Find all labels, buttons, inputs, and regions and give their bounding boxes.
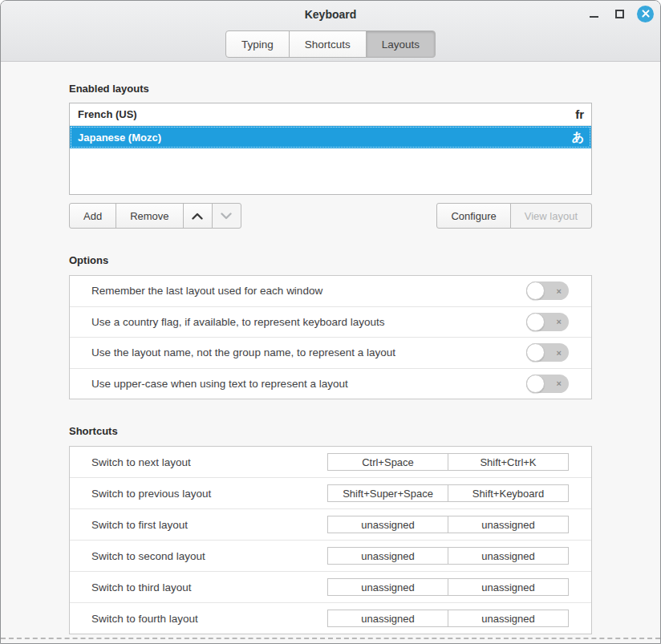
option-row: Use a country flag, if available, to rep… <box>70 307 591 338</box>
shortcut-label: Switch to fourth layout <box>91 613 198 625</box>
toggle-off-icon: × <box>557 379 562 388</box>
layout-name: French (US) <box>78 108 137 120</box>
configure-button-group: Configure View layout <box>436 203 592 229</box>
scroll-edge-indicator <box>1 638 660 639</box>
shortcut-label: Switch to first layout <box>91 519 188 531</box>
maximize-button[interactable] <box>611 6 627 22</box>
option-label: Use the layout name, not the group name,… <box>91 346 395 358</box>
shortcut-label: Switch to next layout <box>91 456 191 468</box>
add-button[interactable]: Add <box>69 203 116 229</box>
toggle-off-icon: × <box>557 348 562 357</box>
configure-button[interactable]: Configure <box>436 203 510 229</box>
keybinding-cell[interactable]: Shift+Keyboard <box>448 485 568 501</box>
view-layout-button[interactable]: View layout <box>510 203 592 229</box>
toggle-knob <box>526 375 545 393</box>
tab-shortcuts[interactable]: Shortcuts <box>289 30 367 58</box>
toggle-upper-case[interactable]: × <box>526 375 569 393</box>
toggle-off-icon: × <box>557 286 562 295</box>
keybinding-cell[interactable]: unassigned <box>328 579 448 595</box>
layout-indicator-icon: fr <box>575 107 584 121</box>
keybinding-group: unassigned unassigned <box>327 547 569 565</box>
keybinding-cell[interactable]: unassigned <box>448 610 568 626</box>
keybinding-cell[interactable]: unassigned <box>328 548 448 564</box>
layout-row-french-us[interactable]: French (US) fr <box>70 103 591 126</box>
layout-actions-row: Add Remove Configure View layout <box>69 203 592 229</box>
shortcut-label: Switch to second layout <box>91 550 205 562</box>
layout-row-japanese-mozc[interactable]: Japanese (Mozc) あ <box>70 126 591 148</box>
shortcut-row: Switch to third layout unassigned unassi… <box>70 572 591 603</box>
enabled-layouts-list: French (US) fr Japanese (Mozc) あ <box>69 103 592 195</box>
keybinding-cell[interactable]: Shift+Super+Space <box>328 485 448 501</box>
toggle-country-flag[interactable]: × <box>526 313 569 331</box>
header: Keyboard Typing Shortcuts Layouts <box>1 1 660 62</box>
keybinding-group: Ctrl+Space Shift+Ctrl+K <box>327 453 569 471</box>
chevron-down-icon <box>221 213 232 220</box>
window-controls <box>586 1 654 26</box>
tab-layouts[interactable]: Layouts <box>366 30 436 58</box>
window-title: Keyboard <box>1 8 660 21</box>
keybinding-group: unassigned unassigned <box>327 516 569 533</box>
option-label: Use upper-case when using text to repres… <box>91 378 348 390</box>
keybinding-group: unassigned unassigned <box>327 578 569 596</box>
keybinding-cell[interactable]: Ctrl+Space <box>328 454 448 470</box>
shortcuts-heading: Shortcuts <box>69 426 592 437</box>
options-panel: Remember the last layout used for each w… <box>69 275 592 399</box>
titlebar: Keyboard <box>1 1 660 26</box>
layout-indicator-icon: あ <box>572 130 584 145</box>
list-edit-button-group: Add Remove <box>69 203 241 229</box>
content: Enabled layouts French (US) fr Japanese … <box>69 83 592 634</box>
option-row: Use the layout name, not the group name,… <box>70 338 591 369</box>
shortcut-label: Switch to previous layout <box>91 488 211 500</box>
shortcut-row: Switch to next layout Ctrl+Space Shift+C… <box>70 447 591 478</box>
shortcut-row: Switch to fourth layout unassigned unass… <box>70 603 591 634</box>
shortcut-label: Switch to third layout <box>91 581 192 593</box>
toggle-knob <box>526 343 545 362</box>
keybinding-cell[interactable]: unassigned <box>328 516 448 533</box>
option-label: Use a country flag, if available, to rep… <box>91 316 384 328</box>
move-up-button[interactable] <box>183 203 213 229</box>
keyboard-window: Keyboard Typing Shortcuts Layouts Enable… <box>0 0 661 644</box>
toggle-off-icon: × <box>557 318 562 326</box>
layout-name: Japanese (Mozc) <box>78 132 161 144</box>
keybinding-group: unassigned unassigned <box>327 610 569 627</box>
shortcut-row: Switch to first layout unassigned unassi… <box>70 509 591 541</box>
keybinding-cell[interactable]: Shift+Ctrl+K <box>448 454 568 470</box>
keybinding-cell[interactable]: unassigned <box>448 548 568 564</box>
keybinding-cell[interactable]: unassigned <box>328 610 448 626</box>
enabled-layouts-heading: Enabled layouts <box>69 83 592 95</box>
tab-typing[interactable]: Typing <box>225 30 290 58</box>
shortcut-row: Switch to previous layout Shift+Super+Sp… <box>70 478 591 509</box>
tab-bar: Typing Shortcuts Layouts <box>1 30 660 58</box>
toggle-knob <box>526 313 545 331</box>
shortcut-row: Switch to second layout unassigned unass… <box>70 541 591 572</box>
shortcuts-panel: Switch to next layout Ctrl+Space Shift+C… <box>69 446 592 634</box>
option-row: Use upper-case when using text to repres… <box>70 369 591 399</box>
close-button[interactable] <box>637 6 654 22</box>
close-icon <box>641 10 650 18</box>
toggle-remember-last-layout[interactable]: × <box>526 281 569 300</box>
maximize-icon <box>615 10 624 18</box>
remove-button[interactable]: Remove <box>116 203 183 229</box>
minimize-button[interactable] <box>586 6 602 22</box>
options-heading: Options <box>69 255 592 266</box>
option-label: Remember the last layout used for each w… <box>91 285 322 297</box>
keybinding-group: Shift+Super+Space Shift+Keyboard <box>327 484 569 502</box>
chevron-up-icon <box>192 213 203 220</box>
move-down-button[interactable] <box>212 203 241 229</box>
toggle-knob <box>526 281 545 300</box>
minimize-icon <box>590 16 598 18</box>
keybinding-cell[interactable]: unassigned <box>448 579 568 595</box>
option-row: Remember the last layout used for each w… <box>70 276 591 307</box>
toggle-layout-name[interactable]: × <box>526 343 569 362</box>
keybinding-cell[interactable]: unassigned <box>448 516 568 533</box>
